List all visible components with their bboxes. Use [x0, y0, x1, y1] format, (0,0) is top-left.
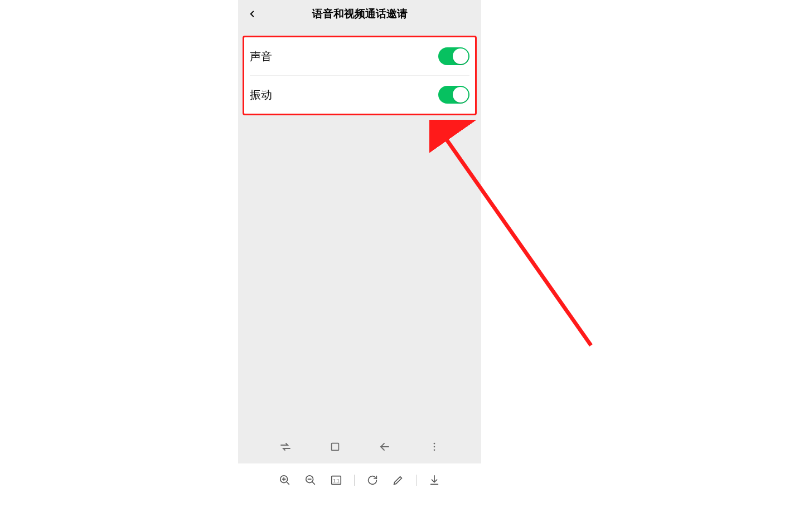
- highlighted-panel: 声音 振动: [243, 36, 477, 115]
- svg-text:1:1: 1:1: [333, 479, 340, 484]
- swap-icon: [279, 440, 292, 453]
- zoom-out-button[interactable]: [303, 472, 318, 488]
- setting-label-sound: 声音: [250, 49, 272, 64]
- nav-back-button[interactable]: [377, 439, 393, 455]
- viewer-toolbar: 1:1: [238, 463, 481, 497]
- toggle-knob: [453, 87, 468, 103]
- zoom-out-icon: [304, 474, 317, 486]
- setting-row-sound: 声音: [250, 37, 469, 75]
- pencil-icon: [392, 474, 404, 486]
- android-nav-bar: [238, 430, 481, 463]
- nav-swap-button[interactable]: [278, 439, 293, 455]
- rotate-button[interactable]: [365, 472, 380, 488]
- zoom-in-icon: [279, 474, 291, 486]
- toolbar-separator: [416, 475, 417, 486]
- download-icon: [428, 474, 440, 486]
- svg-rect-0: [331, 443, 338, 451]
- rotate-icon: [366, 474, 379, 486]
- svg-point-2: [433, 446, 435, 448]
- nav-more-button[interactable]: [427, 439, 442, 455]
- back-button[interactable]: [246, 8, 258, 20]
- content-area: 声音 振动: [238, 28, 481, 115]
- page-title: 语音和视频通话邀请: [312, 7, 408, 21]
- edit-button[interactable]: [390, 472, 406, 488]
- toggle-vibrate[interactable]: [438, 86, 469, 104]
- actual-size-icon: 1:1: [330, 474, 342, 486]
- setting-row-vibrate: 振动: [250, 75, 469, 114]
- arrow-left-icon: [378, 440, 391, 453]
- actual-size-button[interactable]: 1:1: [328, 472, 344, 488]
- titlebar: 语音和视频通话邀请: [238, 0, 481, 28]
- more-vertical-icon: [429, 441, 440, 452]
- zoom-in-button[interactable]: [277, 472, 293, 488]
- download-button[interactable]: [427, 472, 442, 488]
- toggle-knob: [453, 48, 468, 64]
- svg-point-3: [433, 450, 435, 451]
- phone-frame: 语音和视频通话邀请 声音 振动: [238, 0, 481, 463]
- square-icon: [329, 441, 341, 453]
- nav-recent-button[interactable]: [327, 439, 343, 455]
- chevron-left-icon: [247, 9, 257, 19]
- setting-label-vibrate: 振动: [250, 87, 272, 103]
- svg-point-1: [433, 443, 435, 445]
- toggle-sound[interactable]: [438, 47, 469, 65]
- svg-line-5: [287, 482, 289, 485]
- svg-line-9: [312, 482, 315, 485]
- toolbar-separator: [354, 475, 355, 486]
